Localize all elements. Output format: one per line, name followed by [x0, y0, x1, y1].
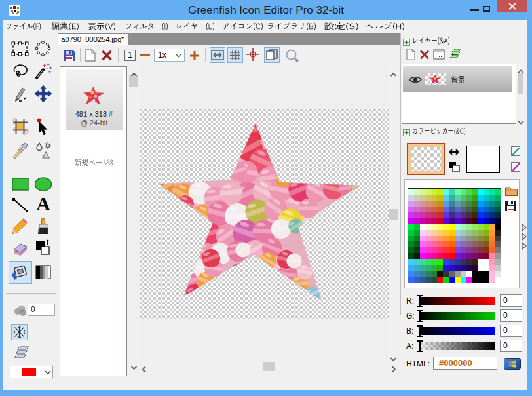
svg-text:A: A	[36, 194, 50, 214]
